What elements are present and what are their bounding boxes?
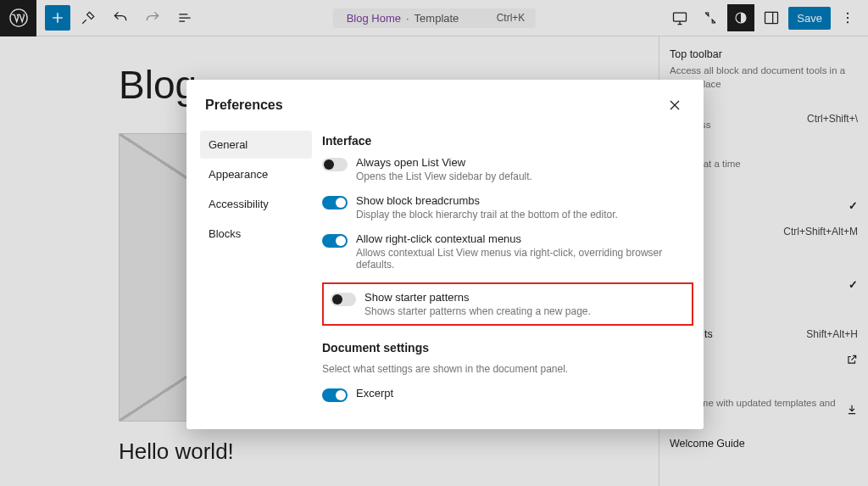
tab-accessibility[interactable]: Accessibility (200, 190, 312, 218)
toggle-show-breadcrumbs[interactable] (322, 196, 348, 209)
tab-appearance[interactable]: Appearance (200, 160, 312, 188)
toggle-excerpt[interactable] (322, 388, 348, 402)
section-document-desc: Select what settings are shown in the do… (322, 363, 693, 375)
section-interface-title: Interface (322, 134, 693, 148)
modal-title: Preferences (205, 98, 283, 113)
toggle-always-open-list-view[interactable] (322, 158, 348, 171)
highlight-annotation: Show starter patterns Shows starter patt… (322, 282, 693, 326)
toggle-right-click-menus[interactable] (322, 234, 348, 248)
tab-blocks[interactable]: Blocks (200, 220, 312, 248)
section-document-title: Document settings (322, 341, 693, 355)
preferences-tabs: General Appearance Accessibility Blocks (186, 124, 322, 429)
pref-always-open-list-view: Always open List View Opens the List Vie… (322, 156, 693, 182)
tab-general[interactable]: General (200, 131, 312, 159)
pref-show-breadcrumbs: Show block breadcrumbs Display the block… (322, 194, 693, 221)
preferences-content[interactable]: Interface Always open List View Opens th… (322, 124, 704, 429)
close-button[interactable] (665, 95, 685, 115)
pref-excerpt: Excerpt (322, 387, 693, 402)
pref-right-click-menus: Allow right-click contextual menus Allow… (322, 232, 693, 271)
preferences-modal: Preferences General Appearance Accessibi… (186, 80, 704, 429)
pref-starter-patterns: Show starter patterns Shows starter patt… (331, 291, 685, 317)
toggle-starter-patterns[interactable] (331, 293, 356, 306)
